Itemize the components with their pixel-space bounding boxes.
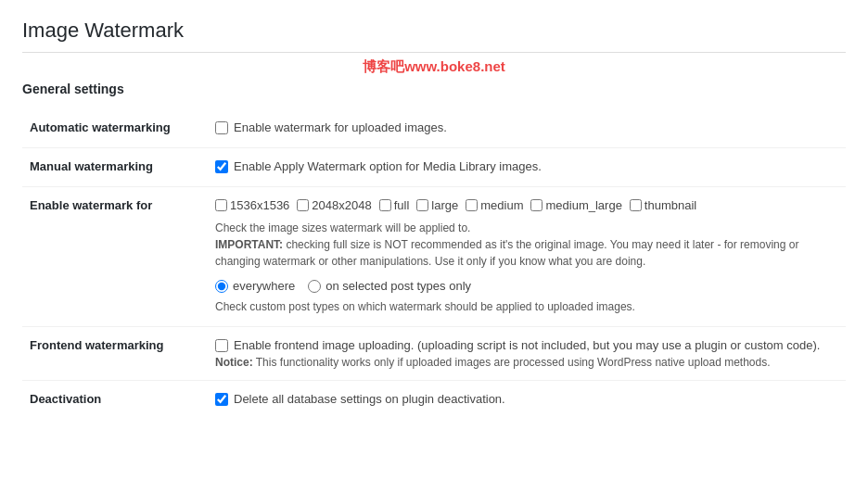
checkbox-row-manual: Enable Apply Watermark option for Media … — [215, 159, 838, 173]
checkbox-label-manual: Enable Apply Watermark option for Media … — [234, 159, 542, 173]
content-automatic-watermarking: Enable watermark for uploaded images. — [208, 109, 846, 148]
label-frontend-watermarking: Frontend watermarking — [22, 327, 208, 381]
row-frontend-watermarking: Frontend watermarking Enable frontend im… — [22, 327, 846, 381]
size-label-1536x1536: 1536x1536 — [230, 198, 289, 212]
size-label-medium-large: medium_large — [545, 198, 621, 212]
label-deactivation: Deactivation — [22, 381, 208, 420]
content-manual-watermarking: Enable Apply Watermark option for Media … — [208, 148, 846, 187]
size-label-large: large — [431, 198, 458, 212]
row-manual-watermarking: Manual watermarking Enable Apply Waterma… — [22, 148, 846, 187]
size-item-full: full — [379, 198, 410, 212]
label-manual-watermarking: Manual watermarking — [22, 148, 208, 187]
watermark-notice: 博客吧www.boke8.net — [22, 58, 846, 76]
radio-selected-post-types[interactable] — [308, 280, 321, 293]
size-item-large: large — [416, 198, 458, 212]
size-label-full: full — [394, 198, 410, 212]
content-enable-watermark-for: 1536x1536 2048x2048 full large — [208, 187, 846, 327]
radio-label-everywhere[interactable]: everywhere — [215, 279, 295, 293]
hint-custom-post: Check custom post types on which waterma… — [215, 298, 838, 315]
image-sizes-row: 1536x1536 2048x2048 full large — [215, 198, 838, 212]
size-label-thumbnail: thumbnail — [645, 198, 696, 212]
page-title: Image Watermark — [22, 19, 846, 53]
checkbox-label-deactivation: Delete all database settings on plugin d… — [234, 392, 505, 406]
settings-table: Automatic watermarking Enable watermark … — [22, 109, 846, 419]
checkbox-row-frontend: Enable frontend image uploading. (upload… — [215, 338, 838, 352]
checkbox-deactivation[interactable] — [215, 393, 228, 406]
size-label-2048x2048: 2048x2048 — [312, 198, 371, 212]
notice-bold: Notice: — [215, 356, 253, 369]
radio-row-post-types: everywhere on selected post types only — [215, 279, 838, 293]
checkbox-size-thumbnail[interactable] — [630, 199, 642, 211]
size-item-medium: medium — [466, 198, 523, 212]
checkbox-size-medium[interactable] — [466, 199, 478, 211]
checkbox-label-automatic: Enable watermark for uploaded images. — [234, 120, 447, 134]
checkbox-automatic-watermarking[interactable] — [215, 121, 228, 134]
label-enable-watermark-for: Enable watermark for — [22, 187, 208, 327]
hint-sizes: Check the image sizes watermark will be … — [215, 220, 838, 270]
label-automatic-watermarking: Automatic watermarking — [22, 109, 208, 148]
checkbox-row-deactivation: Delete all database settings on plugin d… — [215, 392, 838, 406]
checkbox-size-large[interactable] — [416, 199, 428, 211]
hint-important-text: checking full size is NOT recommended as… — [215, 238, 798, 268]
notice-text: This functionality works only if uploade… — [253, 356, 771, 369]
size-item-2048: 2048x2048 — [297, 198, 371, 212]
page-wrapper: Image Watermark 博客吧www.boke8.net General… — [0, 0, 868, 480]
hint-important-bold: IMPORTANT: — [215, 238, 283, 251]
checkbox-size-2048x2048[interactable] — [297, 199, 309, 211]
row-deactivation: Deactivation Delete all database setting… — [22, 381, 846, 420]
notice-frontend: Notice: This functionality works only if… — [215, 356, 838, 369]
radio-everywhere-label: everywhere — [233, 279, 295, 293]
content-deactivation: Delete all database settings on plugin d… — [208, 381, 846, 420]
checkbox-frontend-watermarking[interactable] — [215, 339, 228, 352]
checkbox-label-frontend: Enable frontend image uploading. (upload… — [234, 338, 820, 352]
size-item-thumbnail: thumbnail — [630, 198, 696, 212]
radio-selected-label: on selected post types only — [326, 279, 471, 293]
checkbox-size-full[interactable] — [379, 199, 391, 211]
size-item-1536: 1536x1536 — [215, 198, 289, 212]
radio-label-selected[interactable]: on selected post types only — [308, 279, 471, 293]
checkbox-size-medium-large[interactable] — [530, 199, 542, 211]
checkbox-row-automatic: Enable watermark for uploaded images. — [215, 120, 838, 134]
checkbox-size-1536x1536[interactable] — [215, 199, 227, 211]
row-automatic-watermarking: Automatic watermarking Enable watermark … — [22, 109, 846, 148]
size-item-medium-large: medium_large — [530, 198, 621, 212]
checkbox-manual-watermarking[interactable] — [215, 160, 228, 173]
size-label-medium: medium — [480, 198, 523, 212]
content-frontend-watermarking: Enable frontend image uploading. (upload… — [208, 327, 846, 381]
section-general-title: General settings — [22, 82, 846, 96]
hint-sizes-text1: Check the image sizes watermark will be … — [215, 221, 470, 234]
radio-everywhere[interactable] — [215, 280, 228, 293]
row-enable-watermark-for: Enable watermark for 1536x1536 2048x2048… — [22, 187, 846, 327]
